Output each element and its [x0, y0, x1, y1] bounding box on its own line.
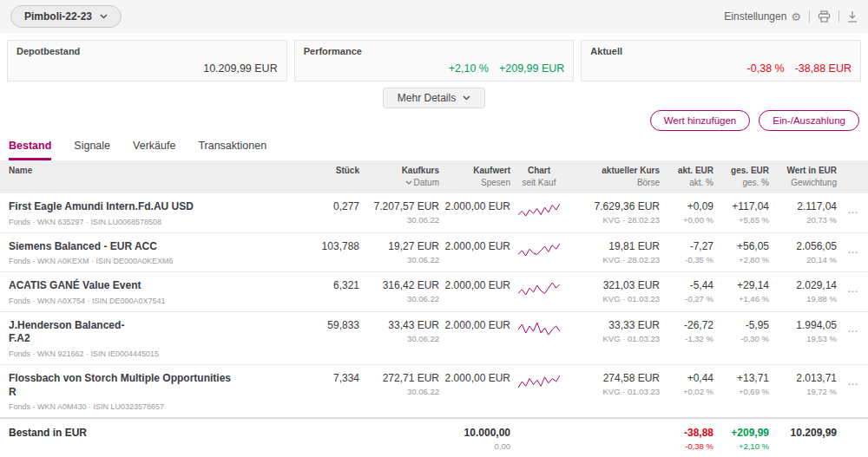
- name-cell: Flossbach von Storch Multiple Opportunit…: [9, 372, 304, 411]
- table-body: First Eagle Amundi Intern.Fd.AU USD Fond…: [0, 193, 868, 418]
- kurs-cell: 33,33 EUR KVG · 01.03.23: [568, 319, 660, 343]
- row-menu-button[interactable]: …: [837, 319, 859, 334]
- ges-pct-value: +2,80 %: [713, 255, 769, 264]
- card-label: Aktuell: [590, 46, 852, 56]
- settings-link[interactable]: Einstellungen ⚙: [724, 10, 801, 23]
- chart-cell[interactable]: [510, 240, 568, 258]
- kaufkurs-cell: 7.207,57 EUR 30.06.22: [359, 200, 439, 225]
- wert-value: 1.994,05: [769, 319, 837, 331]
- fund-name[interactable]: Siemens Balanced - EUR ACC: [9, 240, 304, 254]
- kurs-sub: KVG · 01.03.23: [568, 387, 660, 396]
- header-wert-line1: Wert in EUR: [769, 166, 837, 175]
- chart-cell[interactable]: [510, 372, 568, 389]
- ges-cell: +56,05 +2,80 %: [713, 240, 769, 264]
- more-details-button[interactable]: Mehr Details: [383, 88, 485, 108]
- ges-cell: -5,95 -0,30 %: [713, 319, 769, 343]
- kaufdatum-value: 30.06.22: [359, 255, 439, 264]
- fund-sub: Fonds · WKN 921662 · ISIN IE0004445015: [9, 349, 304, 358]
- stueck-cell: 0,277: [304, 200, 359, 212]
- kaufkurs-cell: 19,27 EUR 30.06.22: [359, 240, 439, 264]
- fund-name[interactable]: J.Henderson Balanced-: [9, 319, 304, 333]
- kaufwert-value: 2.000,00 EUR: [439, 372, 510, 384]
- gewichtung-value: 20,73 %: [769, 215, 837, 225]
- sort-datum[interactable]: Datum: [359, 178, 439, 187]
- depot-selector[interactable]: Pimboli-22-23: [10, 5, 122, 28]
- header-kaufkurs-line1: Kaufkurs: [359, 166, 439, 175]
- kaufwert-value: 2.000,00 EUR: [439, 240, 510, 252]
- ellipsis-icon: …: [837, 375, 859, 387]
- row-menu-button[interactable]: …: [837, 200, 859, 215]
- download-icon: [847, 10, 858, 23]
- fund-name-line2[interactable]: R: [9, 386, 304, 400]
- total-kaufwert-value: 10.000,00: [439, 427, 510, 439]
- stueck-cell: 59,833: [304, 319, 359, 331]
- total-akt-value: -38,88: [660, 427, 713, 439]
- kaufwert-cell: 2.000,00 EUR: [439, 240, 510, 252]
- gewichtung-value: 20,14 %: [769, 255, 837, 264]
- wert-cell: 2.056,05 20,14 %: [769, 240, 837, 264]
- kaufwert-cell: 2.000,00 EUR: [439, 200, 510, 212]
- total-akt-pct: -0,38 %: [660, 441, 713, 451]
- header-wert-line2: Gewichtung: [791, 178, 837, 187]
- tab-bestand[interactable]: Bestand: [9, 140, 51, 160]
- performance-pct: +2,10 %: [449, 62, 489, 75]
- ges-eur-value: +117,04: [713, 200, 769, 212]
- print-button[interactable]: [818, 10, 831, 23]
- kurs-value: 19,81 EUR: [568, 240, 660, 252]
- stueck-cell: 7,334: [304, 372, 359, 384]
- kaufkurs-value: 272,71 EUR: [359, 372, 439, 384]
- ges-eur-value: +56,05: [713, 240, 769, 252]
- table-row: Flossbach von Storch Multiple Opportunit…: [0, 365, 868, 418]
- fund-sub: Fonds · WKN A0X754 · ISIN DE000A0X7541: [9, 297, 304, 305]
- kaufdatum-value: 30.06.22: [359, 387, 439, 396]
- header-akt-line2: akt. %: [689, 178, 713, 187]
- akt-eur-value: -7,27: [660, 240, 713, 252]
- akt-cell: +0,09 +0,00 %: [660, 200, 713, 225]
- download-button[interactable]: [847, 10, 858, 23]
- chevron-down-icon: [100, 14, 108, 19]
- chart-cell[interactable]: [510, 319, 568, 336]
- ges-eur-value: -5,95: [713, 319, 769, 331]
- row-menu-button[interactable]: …: [837, 279, 859, 294]
- header-akt: akt. EUR akt. %: [660, 166, 713, 187]
- stueck-cell: 6,321: [304, 279, 359, 291]
- deposit-withdraw-button[interactable]: Ein-/Auszahlung: [759, 110, 859, 131]
- chart-cell[interactable]: [510, 200, 568, 218]
- ges-eur-value: +13,71: [713, 372, 769, 384]
- gewichtung-value: 19,72 %: [769, 387, 837, 396]
- akt-cell: -26,72 -1,32 %: [660, 319, 713, 343]
- tab-signale[interactable]: Signale: [74, 140, 110, 160]
- topbar: Pimboli-22-23 Einstellungen ⚙: [0, 0, 868, 33]
- tab-bar: Bestand Signale Verkäufe Transaktionen: [0, 131, 868, 160]
- akt-pct-value: +0,02 %: [660, 387, 713, 396]
- aktuell-pct: -0,38 %: [747, 62, 785, 75]
- tab-transaktionen[interactable]: Transaktionen: [198, 140, 266, 160]
- table-row: J.Henderson Balanced- F.A2 Fonds · WKN 9…: [0, 312, 868, 365]
- total-ges-pct: +2,10 %: [713, 441, 769, 451]
- row-menu-button[interactable]: …: [837, 372, 859, 387]
- kurs-sub: KVG · 01.03.23: [568, 334, 660, 343]
- header-ges: ges. EUR ges. %: [713, 166, 769, 187]
- add-value-button[interactable]: Wert hinzufügen: [650, 110, 751, 131]
- card-aktuell: Aktuell -0,38 % -38,88 EUR: [581, 40, 861, 82]
- total-wert-cell: 10.209,99: [769, 427, 837, 439]
- tab-verkaeufe[interactable]: Verkäufe: [133, 140, 175, 160]
- fund-name-line2[interactable]: F.A2: [9, 332, 304, 346]
- chart-cell[interactable]: [510, 279, 568, 297]
- fund-name[interactable]: First Eagle Amundi Intern.Fd.AU USD: [9, 200, 304, 214]
- depot-name: Pimboli-22-23: [24, 10, 92, 23]
- ges-cell: +13,71 +0,69 %: [713, 372, 769, 396]
- kaufdatum-value: 30.06.22: [359, 215, 439, 225]
- fund-name[interactable]: ACATIS GANÉ Value Event: [9, 279, 304, 293]
- total-bestand-row: Bestand in EUR 10.000,00 0,00 -38,88 -0,…: [0, 418, 868, 457]
- stueck-value: 103,788: [304, 240, 359, 252]
- wert-value: 2.056,05: [769, 240, 837, 252]
- gewichtung-value: 19,88 %: [769, 294, 837, 304]
- total-kaufwert-cell: 10.000,00 0,00: [439, 427, 510, 451]
- sparkline-chart: [518, 281, 560, 297]
- fund-name[interactable]: Flossbach von Storch Multiple Opportunit…: [9, 372, 304, 386]
- akt-pct-value: -1,32 %: [660, 334, 713, 343]
- stueck-value: 7,334: [304, 372, 359, 384]
- row-menu-button[interactable]: …: [837, 240, 859, 255]
- kaufwert-cell: 2.000,00 EUR: [439, 319, 510, 331]
